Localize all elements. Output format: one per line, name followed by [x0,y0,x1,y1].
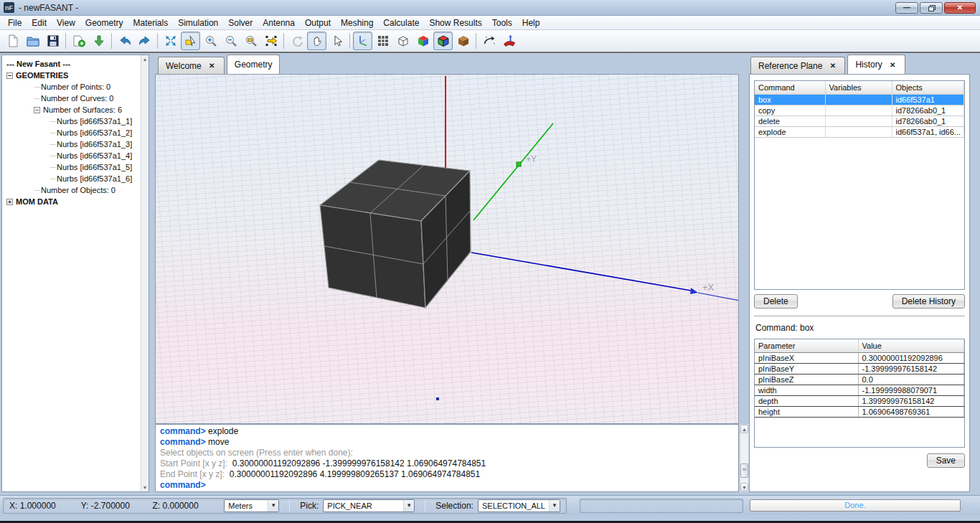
scroll-down-icon[interactable]: ▼ [143,485,148,490]
tree-node-nurbs-5[interactable]: ····Nurbs [id66f537a1_5] [50,161,147,173]
history-col-variables[interactable]: Variables [825,81,892,95]
tree-root[interactable]: --- New Fasant --- [6,58,147,70]
save-button[interactable]: Save [927,453,965,468]
tree-node-curves[interactable]: ····Number of Curves: 0 [34,93,147,104]
tree-node-nurbs-4[interactable]: ····Nurbs [id66f537a1_4] [50,150,147,161]
menu-meshing[interactable]: Meshing [336,17,378,29]
new-project-plus-icon[interactable] [69,32,88,50]
menu-solver[interactable]: Solver [223,17,258,29]
param-row[interactable]: height1.06906498769361 [755,407,964,418]
close-tab-icon[interactable]: ✕ [207,61,217,70]
close-tab-icon[interactable]: ✕ [888,60,897,70]
param-row[interactable]: depth1.399999976158142 [755,396,964,407]
param-row[interactable]: pIniBaseZ0.0 [755,374,964,385]
tree-node-surfaces[interactable]: −Number of Surfaces: 6 [34,104,147,116]
close-tab-icon[interactable]: ✕ [828,61,837,70]
redo-icon[interactable] [135,32,154,50]
menu-output[interactable]: Output [300,17,336,29]
menu-antenna[interactable]: Antenna [258,17,300,29]
param-col-parameter[interactable]: Parameter [755,339,858,353]
history-row-copy[interactable]: copyid78266ab0_1 [755,105,964,116]
close-button[interactable]: ✕ [944,2,976,14]
tree-node-nurbs-6[interactable]: ····Nurbs [id66f537a1_6] [50,173,147,184]
menu-tools[interactable]: Tools [487,17,517,29]
scrollbar-thumb[interactable] [740,463,748,478]
selection-dropdown[interactable]: SELECTION_ALL▼ [478,499,560,512]
pick-dropdown[interactable]: PICK_NEAR▼ [323,499,415,512]
import-icon[interactable] [89,32,108,50]
console-prompt-line[interactable]: command> [160,480,734,491]
open-folder-icon[interactable] [23,32,42,50]
menu-calculate[interactable]: Calculate [378,17,424,29]
menu-simulation[interactable]: Simulation [173,17,223,29]
view-shaded-edges-icon[interactable] [433,32,453,50]
param-row[interactable]: pIniBaseX0.30000001192092896 [755,353,964,364]
minimize-button[interactable]: — [895,2,918,14]
tab-geometry[interactable]: Geometry [227,55,281,74]
param-row[interactable]: pIniBaseY-1.399999976158142 [755,364,964,374]
menu-show-results[interactable]: Show Results [424,17,486,29]
menu-materials[interactable]: Materials [128,17,174,29]
scroll-up-icon[interactable]: ▲ [143,57,148,62]
undo-icon[interactable] [115,32,134,50]
tab-reference-plane[interactable]: Reference Plane ✕ [750,57,845,74]
history-col-objects[interactable]: Objects [892,81,964,95]
reference-point[interactable] [436,397,439,400]
zoom-fit-icon[interactable] [161,32,180,50]
zoom-window-icon[interactable] [241,32,260,50]
tab-history[interactable]: History ✕ [847,55,905,74]
history-row-explode[interactable]: explodeid66f537a1, id66... [755,127,964,138]
tab-welcome[interactable]: Welcome ✕ [158,57,225,74]
viewport-3d[interactable]: +Y +X [155,74,739,424]
pan-hand-icon[interactable] [307,32,326,50]
view-solid-icon[interactable] [453,32,473,50]
tree-scrollbar[interactable]: ▲▼ [141,55,149,491]
tree-node-geometries[interactable]: −GEOMETRIES [6,70,147,81]
menu-view[interactable]: View [52,17,80,29]
tree-node-nurbs-3[interactable]: ····Nurbs [id66f537a1_3] [50,138,147,150]
save-icon[interactable] [43,32,62,50]
move-to-point-icon[interactable] [261,32,281,50]
collapse-icon[interactable]: − [34,107,40,113]
view-shaded-icon[interactable] [413,32,433,50]
units-dropdown[interactable]: Meters▼ [224,499,279,512]
tree-node-mom-data[interactable]: +MOM DATA [6,196,147,207]
zoom-out-icon[interactable] [221,32,240,50]
pick-label: Pick: [300,501,319,511]
show-axes-icon[interactable] [353,32,372,50]
expand-icon[interactable]: + [6,199,13,205]
menu-edit[interactable]: Edit [27,17,52,29]
param-col-value[interactable]: Value [858,339,964,353]
rotate-arc-icon[interactable] [479,32,499,50]
scroll-down-icon[interactable]: ▼ [740,483,748,491]
menu-geometry[interactable]: Geometry [80,17,128,29]
tree-node-nurbs-2[interactable]: ····Nurbs [id66f537a1_2] [50,127,147,138]
delete-button[interactable]: Delete [754,294,798,308]
new-file-icon[interactable] [3,32,22,50]
select-cursor-icon[interactable] [327,32,347,50]
scroll-up-icon[interactable]: ▲ [740,425,748,433]
collapse-icon[interactable]: − [6,72,13,79]
cube-object[interactable] [320,160,471,308]
param-row[interactable]: width-1.199999988079071 [755,385,964,396]
tree-node-nurbs-1[interactable]: ····Nurbs [id66f537a1_1] [50,116,147,127]
view-wireframe-icon[interactable] [393,32,413,50]
tree-node-points[interactable]: ····Number of Points: 0 [34,81,147,93]
history-row-delete[interactable]: deleteid78266ab0_1 [755,116,964,127]
history-row-box[interactable]: boxid66f537a1 [755,95,964,105]
menu-file[interactable]: File [3,17,27,29]
tree-node-objects[interactable]: ····Number of Objects: 0 [34,184,147,196]
zoom-in-icon[interactable] [201,32,220,50]
coord-z-label: Z: [153,501,161,511]
console-scrollbar[interactable]: ▲ ▼ [740,424,749,492]
window-title: - newFASANT - [19,3,78,13]
zoom-pointer-icon[interactable] [181,32,200,50]
delete-history-button[interactable]: Delete History [892,294,965,308]
reference-plane-icon[interactable] [499,32,519,50]
restore-button[interactable] [920,2,943,14]
menu-help[interactable]: Help [517,17,545,29]
command-console[interactable]: command> explode command> move Select ob… [155,424,739,492]
axis-y-handle[interactable] [517,162,521,166]
history-col-command[interactable]: Command [755,81,825,95]
show-grid-icon[interactable] [373,32,392,50]
